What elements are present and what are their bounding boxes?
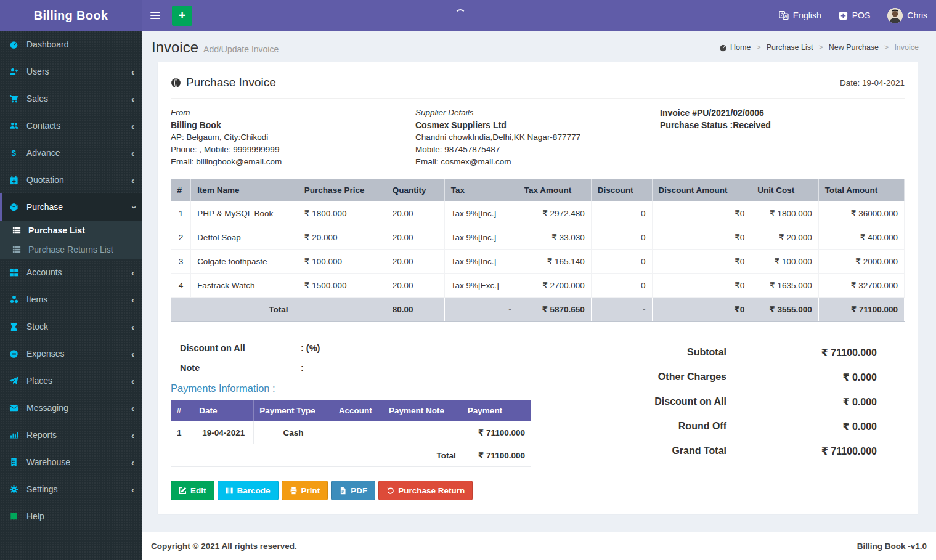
sidebar-item-purchase-list[interactable]: Purchase List xyxy=(0,221,142,240)
hamburger-icon xyxy=(150,12,160,13)
svg-text:$: $ xyxy=(12,148,17,158)
payments-column: Discount on All : (%) Note : Payments In… xyxy=(171,338,531,500)
payments-total-row: Total ₹ 71100.000 xyxy=(171,444,531,467)
content-header: InvoiceAdd/Update Invoice Home > Purchas… xyxy=(142,31,936,61)
footer: Copyright © 2021 All rights reserved. Bi… xyxy=(142,532,936,560)
version-text: Billing Book -v1.0 xyxy=(857,542,927,551)
summary-grand-total: Grand Total ₹ 71100.000 xyxy=(531,445,877,457)
purchase-status: Purchase Status :Received xyxy=(660,119,905,131)
chevron-left-icon xyxy=(131,431,134,440)
users-group-icon xyxy=(9,121,26,131)
chevron-left-icon xyxy=(131,404,134,413)
pos-button[interactable]: POS xyxy=(830,0,879,31)
main-content: InvoiceAdd/Update Invoice Home > Purchas… xyxy=(142,31,936,560)
edit-icon xyxy=(179,487,187,495)
barcode-icon xyxy=(226,487,234,495)
items-table-header-row: # Item Name Purchase Price Quantity Tax … xyxy=(171,179,905,201)
table-row: 3 Colgate toothpaste ₹ 100.000 20.00 Tax… xyxy=(171,250,905,274)
sidebar-item-messaging[interactable]: Messaging xyxy=(0,394,142,421)
globe-icon xyxy=(171,78,181,88)
sidebar-item-purchase-returns-list[interactable]: Purchase Returns List xyxy=(0,240,142,259)
user-menu[interactable]: Chris xyxy=(879,0,936,31)
user-plus-icon xyxy=(9,67,26,76)
sidebar-item-items[interactable]: Items xyxy=(0,286,142,313)
cubes-icon xyxy=(9,295,26,304)
breadcrumb-purchase-list[interactable]: Purchase List xyxy=(767,43,813,52)
breadcrumb-separator: > xyxy=(884,43,889,52)
list-icon xyxy=(12,226,28,235)
invoice-number: Invoice #PU/2021/02/0006 xyxy=(660,107,905,119)
dollar-icon: $ xyxy=(9,148,26,158)
barcode-button[interactable]: Barcode xyxy=(218,481,279,500)
sidebar-toggle-button[interactable] xyxy=(142,0,169,31)
from-phone: Phone: , Mobile: 9999999999 xyxy=(171,144,415,156)
sidebar-item-warehouse[interactable]: Warehouse xyxy=(0,448,142,476)
sidebar-item-dashboard[interactable]: Dashboard xyxy=(0,31,142,58)
sidebar-item-contacts[interactable]: Contacts xyxy=(0,112,142,139)
sidebar-item-settings[interactable]: Settings xyxy=(0,476,142,503)
invoice-card-title: Purchase Invoice xyxy=(171,76,276,89)
navbar: + A English POS xyxy=(142,0,936,31)
list-icon xyxy=(12,245,28,254)
invoice-date: Date: 19-04-2021 xyxy=(840,78,905,87)
pdf-icon xyxy=(339,487,347,495)
summary-round-off: Round Off ₹ 0.000 xyxy=(531,421,877,432)
plus-icon: + xyxy=(179,9,186,22)
paper-plane-icon xyxy=(9,376,26,386)
chevron-left-icon xyxy=(131,376,134,386)
language-menu[interactable]: A English xyxy=(770,0,830,31)
page-title: InvoiceAdd/Update Invoice xyxy=(152,39,279,56)
purchase-return-button[interactable]: Purchase Return xyxy=(378,481,473,500)
quick-add-button[interactable]: + xyxy=(172,6,192,26)
breadcrumb-new-purchase[interactable]: New Purchase xyxy=(829,43,879,52)
avatar xyxy=(887,8,903,23)
from-section: From Billing Book AP: Belgaum, City:Chik… xyxy=(171,107,415,168)
supplier-phone: Mobile: 987457875487 xyxy=(415,144,660,156)
sidebar-item-expenses[interactable]: Expenses xyxy=(0,340,142,367)
table-row: 2 Dettol Soap ₹ 20.000 20.00 Tax 9%[Inc.… xyxy=(171,225,905,250)
gears-icon xyxy=(9,485,26,494)
sidebar-item-purchase[interactable]: Purchase xyxy=(0,193,142,221)
hourglass-icon xyxy=(9,322,26,331)
pos-label: POS xyxy=(852,10,871,20)
chevron-left-icon xyxy=(131,295,134,304)
sidebar-item-places[interactable]: Places xyxy=(0,367,142,394)
sidebar-item-advance[interactable]: $ Advance xyxy=(0,139,142,166)
dashboard-icon xyxy=(9,40,26,49)
sidebar-item-accounts[interactable]: Accounts xyxy=(0,259,142,286)
breadcrumb-separator: > xyxy=(756,43,760,52)
sidebar-item-sales[interactable]: Sales xyxy=(0,85,142,112)
chevron-left-icon xyxy=(131,176,134,185)
purchase-submenu: Purchase List Purchase Returns List xyxy=(0,221,142,259)
print-button[interactable]: Print xyxy=(282,481,328,500)
pdf-button[interactable]: PDF xyxy=(331,481,375,500)
top-navbar: Billing Book + A English xyxy=(0,0,936,31)
chevron-left-icon xyxy=(131,94,134,103)
invoice-card-header: Purchase Invoice Date: 19-04-2021 xyxy=(171,73,905,99)
chevron-left-icon xyxy=(131,458,134,467)
svg-text:A: A xyxy=(784,14,787,19)
edit-button[interactable]: Edit xyxy=(171,481,214,500)
sidebar-item-users[interactable]: Users xyxy=(0,58,142,85)
sidebar-item-help[interactable]: Help xyxy=(0,503,142,530)
table-row: 4 Fastrack Watch ₹ 1500.000 20.00 Tax 9%… xyxy=(171,274,905,298)
breadcrumb-home[interactable]: Home xyxy=(719,43,751,52)
language-label: English xyxy=(793,10,821,20)
grid-icon xyxy=(9,268,26,277)
navbar-right: A English POS xyxy=(770,0,936,31)
sidebar-item-quotation[interactable]: Quotation xyxy=(0,166,142,193)
invoice-parties: From Billing Book AP: Belgaum, City:Chik… xyxy=(171,99,905,179)
app-logo[interactable]: Billing Book xyxy=(0,0,142,31)
breadcrumb-separator: > xyxy=(818,43,823,52)
items-total-row: Total 80.00 - ₹ 5870.650 - ₹0 ₹ 3555.000… xyxy=(171,298,905,322)
summary-subtotal: Subtotal ₹ 71100.000 xyxy=(531,347,877,359)
chevron-left-icon xyxy=(131,67,134,76)
minus-circle-icon xyxy=(9,349,26,359)
sidebar-item-stock[interactable]: Stock xyxy=(0,313,142,340)
from-name: Billing Book xyxy=(171,119,415,131)
sidebar: Dashboard Users Sales Contacts $ Advance… xyxy=(0,31,142,560)
sidebar-item-reports[interactable]: Reports xyxy=(0,421,142,448)
app-title: Billing Book xyxy=(34,9,108,23)
breadcrumb: Home > Purchase List > New Purchase > In… xyxy=(719,43,919,52)
supplier-address: Chandni chowkIndia,Delhi,KK Nagar-877777 xyxy=(415,131,660,144)
